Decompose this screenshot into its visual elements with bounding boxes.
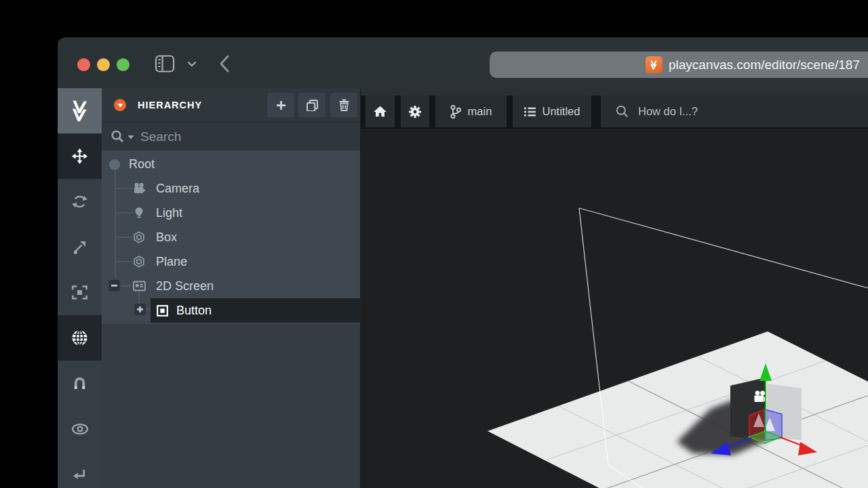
search-icon xyxy=(111,129,125,144)
duplicate-entity-button[interactable] xyxy=(298,93,326,117)
branch-icon xyxy=(450,105,461,119)
browser-chrome: ≫ playcanvas.com/editor/scene/187 xyxy=(58,37,868,88)
delete-entity-button[interactable] xyxy=(330,93,357,117)
home-icon xyxy=(374,106,387,117)
eye-icon xyxy=(71,423,89,435)
tree-row-plane[interactable]: Plane xyxy=(102,249,360,274)
hierarchy-header: HIERARCHY xyxy=(102,88,360,122)
move-icon xyxy=(72,148,87,164)
panel-title: HIERARCHY xyxy=(138,88,202,122)
minus-icon xyxy=(111,285,117,287)
model-icon xyxy=(133,256,145,268)
help-search-box[interactable]: How do I...? xyxy=(601,96,868,127)
search-placeholder: Search xyxy=(140,123,181,151)
plus-icon xyxy=(276,100,286,110)
playcanvas-logo-icon: ≫ xyxy=(66,99,94,123)
viewport-toolbar: main Untitled How do I...? xyxy=(361,96,868,129)
model-icon xyxy=(133,231,145,243)
history-tool-button[interactable] xyxy=(58,451,102,488)
address-bar[interactable]: ≫ playcanvas.com/editor/scene/187 xyxy=(490,52,868,78)
entity-root-icon xyxy=(108,159,121,171)
browser-window: ≫ playcanvas.com/editor/scene/187 ≫ xyxy=(58,37,868,488)
tree-row-box[interactable]: Box xyxy=(102,225,360,249)
scale-tool-button[interactable] xyxy=(58,224,102,270)
branch-name: main xyxy=(468,105,492,118)
minimize-window-button[interactable] xyxy=(97,58,110,71)
globe-icon xyxy=(71,329,89,347)
ground-plane xyxy=(487,331,868,488)
tree-row-light[interactable]: Light xyxy=(102,201,360,225)
hierarchy-panel: HIERARCHY xyxy=(102,88,361,488)
scene-name: Untitled xyxy=(542,105,580,118)
tree-connector xyxy=(145,308,151,310)
settings-button[interactable] xyxy=(401,96,429,127)
triangle-down-icon xyxy=(117,103,123,108)
plus-icon xyxy=(137,306,143,312)
tool-rail: ≫ xyxy=(58,88,102,488)
light-icon xyxy=(133,207,145,219)
move-tool-button[interactable] xyxy=(58,134,102,179)
help-search-placeholder: How do I...? xyxy=(638,105,698,118)
viewport[interactable]: main Untitled How do I...? xyxy=(361,88,868,488)
screen-icon xyxy=(133,280,146,292)
tree-row-root[interactable]: Root xyxy=(102,152,360,176)
button-icon xyxy=(157,305,168,317)
home-button[interactable] xyxy=(366,96,395,127)
snap-tool-button[interactable] xyxy=(58,361,102,406)
chevron-down-icon[interactable] xyxy=(186,58,198,70)
playcanvas-favicon-icon: ≫ xyxy=(646,56,663,73)
url-text: playcanvas.com/editor/scene/187 xyxy=(669,52,860,78)
search-filter-dropdown-icon[interactable] xyxy=(127,135,134,140)
gear-icon xyxy=(408,105,422,119)
return-arrow-icon xyxy=(73,468,87,481)
tree-row-button[interactable]: Button xyxy=(151,298,361,323)
camera-icon xyxy=(133,182,146,195)
hierarchy-tree: Root Camera Light xyxy=(102,150,360,324)
duplicate-icon xyxy=(307,100,318,111)
frame-selection-button[interactable] xyxy=(58,270,102,315)
expand-plus-button[interactable] xyxy=(134,304,146,315)
viewport-scene[interactable] xyxy=(361,88,868,488)
branch-selector[interactable]: main xyxy=(435,96,507,127)
tree-row-2d-screen[interactable]: 2D Screen xyxy=(102,274,360,298)
rotate-icon xyxy=(72,194,87,209)
playcanvas-logo-button[interactable]: ≫ xyxy=(58,88,102,134)
collapse-minus-button[interactable] xyxy=(108,280,120,291)
magnet-icon xyxy=(72,375,87,391)
panel-collapse-button[interactable] xyxy=(114,99,126,111)
scale-icon xyxy=(72,239,87,255)
sidebar-toggle-icon[interactable] xyxy=(155,54,175,73)
close-window-button[interactable] xyxy=(77,58,90,71)
back-icon[interactable] xyxy=(218,54,233,74)
trash-icon xyxy=(339,99,349,111)
hierarchy-search[interactable]: Search xyxy=(102,122,360,150)
viewport-top-strip xyxy=(361,88,868,96)
zoom-window-button[interactable] xyxy=(117,58,130,71)
frame-selection-icon xyxy=(71,284,88,301)
world-toggle-button[interactable] xyxy=(58,315,102,361)
add-entity-button[interactable] xyxy=(267,93,294,117)
scene-selector[interactable]: Untitled xyxy=(513,96,591,127)
help-search-icon xyxy=(616,105,629,118)
rotate-tool-button[interactable] xyxy=(58,179,102,224)
tree-row-camera[interactable]: Camera xyxy=(102,176,360,201)
list-icon xyxy=(524,107,536,117)
visibility-toggle-button[interactable] xyxy=(58,406,102,451)
